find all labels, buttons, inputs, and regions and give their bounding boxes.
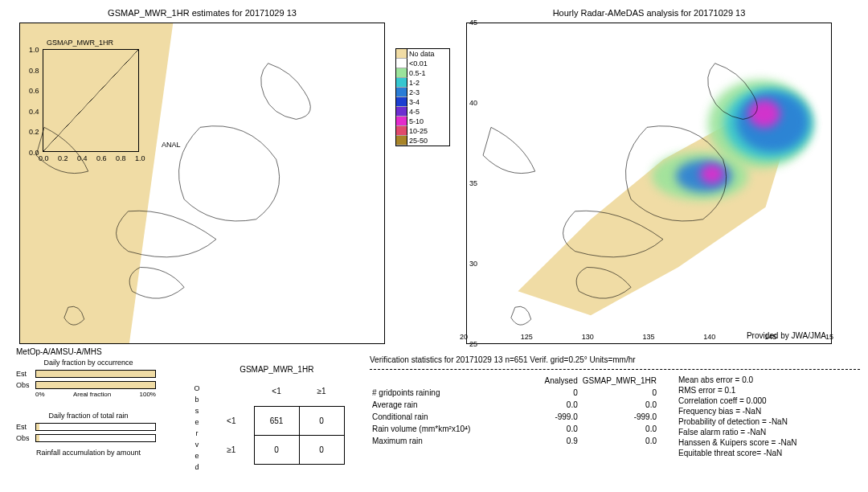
lon-tick: 145	[764, 333, 776, 341]
legend-swatch	[396, 136, 407, 146]
legend-label: 25-50	[407, 137, 428, 145]
ctable-row-ge1: ≥1	[209, 435, 254, 464]
bars-totalrain: Daily fraction of total rain Est Obs Rai…	[16, 412, 161, 457]
inset-xtick: 0.0	[39, 154, 49, 162]
stats-row-model: 0.0	[580, 399, 659, 411]
legend-row: 10-25	[396, 126, 449, 136]
legend-row: 2-3	[396, 88, 449, 97]
stats-row-label: Average rain	[370, 399, 524, 411]
bar-lbl-obs2: Obs	[16, 434, 35, 442]
legend-row: 3-4	[396, 97, 449, 107]
legend-swatch	[396, 59, 407, 68]
provided-by: Provided by JWA/JMA	[747, 331, 826, 340]
inset-xtick: 0.6	[96, 154, 107, 162]
analysis-map: Provided by JWA/JMA	[466, 23, 832, 344]
legend-swatch	[396, 78, 407, 88]
inset-ytick: 0.6	[29, 87, 39, 95]
contingency-table: GSMAP_MWR_1HR <1 ≥1 <1 651 0 ≥1 0 0	[209, 365, 345, 465]
stats-row-label: # gridpoints raining	[370, 387, 524, 399]
total-obs-bar	[35, 434, 156, 442]
stats-metric: False alarm ratio = -NaN	[678, 427, 855, 437]
inset-ytick: 0.4	[29, 108, 39, 116]
lon-tick: 15	[825, 333, 833, 341]
stats-metric: Frequency bias = -NaN	[678, 406, 855, 416]
stats-panel: Daily fraction by occurrence Est Obs 0%A…	[16, 347, 852, 484]
verification-stats: Verification statistics for 20171029 13 …	[370, 355, 860, 458]
legend-row: 4-5	[396, 107, 449, 117]
stats-row-analysed: 0.0	[524, 423, 580, 435]
inset-xtick: 0.4	[77, 154, 88, 162]
estimate-map: GSMAP_MWR_1HR 0.00.20.40.60.81.00.00.20.…	[19, 23, 385, 344]
ctable-title: GSMAP_MWR_1HR	[209, 365, 345, 374]
bar-lbl-est2: Est	[16, 423, 35, 431]
legend-row: 25-50	[396, 136, 449, 146]
legend-swatch	[396, 126, 407, 136]
legend-label: 10-25	[407, 127, 428, 135]
bar-rain-title: Rainfall accumulation by amount	[16, 449, 161, 457]
lat-tick: 45	[469, 18, 477, 27]
bar-total-title: Daily fraction of total rain	[16, 412, 161, 420]
legend-label: <0.01	[407, 59, 428, 68]
bar-occur-title: Daily fraction by occurrence	[16, 359, 161, 367]
color-legend: No data<0.010.5-11-22-33-44-55-1010-2525…	[395, 48, 450, 146]
stats-header: Verification statistics for 20171029 13 …	[370, 355, 860, 364]
stats-metric: Equitable threat score= -NaN	[678, 448, 855, 458]
stats-col-model: GSMAP_MWR_1HR	[580, 375, 659, 387]
stats-row-analysed: -999.0	[524, 411, 580, 423]
inset-ytick: 0.2	[29, 128, 39, 136]
legend-row: No data	[396, 49, 449, 59]
ctable-v12: 0	[299, 406, 344, 435]
stats-row-label: Rain volume (mm*km²x10⁴)	[370, 423, 524, 435]
legend-swatch	[396, 88, 407, 97]
occur-est-bar	[35, 370, 156, 378]
legend-row: 0.5-1	[396, 68, 449, 78]
observed-vertical: Observed	[193, 383, 201, 473]
right-map-title: Hourly Radar-AMeDAS analysis for 2017102…	[466, 8, 832, 18]
stats-row-analysed: 0.9	[524, 435, 580, 447]
legend-label: 3-4	[407, 98, 420, 106]
inset-ytick: 0.0	[29, 149, 39, 157]
legend-label: 2-3	[407, 88, 420, 96]
legend-swatch	[396, 107, 407, 117]
lat-tick: 40	[469, 99, 477, 107]
stats-row-label: Maximum rain	[370, 435, 524, 447]
inset-xtick: 0.8	[116, 154, 126, 162]
stats-row-label: Conditional rain	[370, 411, 524, 423]
legend-row: 1-2	[396, 78, 449, 88]
legend-swatch	[396, 49, 407, 59]
legend-label: 1-2	[407, 79, 420, 87]
stats-divider	[370, 369, 860, 370]
occur-obs-bar	[35, 381, 156, 389]
stats-row: Average rain0.00.0	[370, 399, 659, 411]
legend-swatch	[396, 117, 407, 126]
anal-axis-label: ANAL	[162, 141, 181, 149]
inset-ytick: 1.0	[29, 46, 39, 54]
ctable-col-ge1: ≥1	[299, 377, 344, 406]
lon-tick: 130	[582, 333, 594, 341]
legend-swatch	[396, 68, 407, 78]
ctable-row-lt1: <1	[209, 406, 254, 435]
stats-row-analysed: 0.0	[524, 399, 580, 411]
stats-row: # gridpoints raining00	[370, 387, 659, 399]
total-est-bar	[35, 423, 156, 431]
lon-tick: 140	[703, 333, 715, 341]
axis-0: 0%	[35, 391, 45, 398]
stats-metric: Hanssen & Kuipers score = -NaN	[678, 437, 855, 448]
stats-row: Rain volume (mm*km²x10⁴)0.00.0	[370, 423, 659, 435]
lon-tick: 135	[643, 333, 655, 341]
lon-tick: 20	[460, 333, 468, 341]
stats-metric: Probability of detection = -NaN	[678, 416, 855, 427]
legend-swatch	[396, 97, 407, 107]
scatter-inset: GSMAP_MWR_1HR 0.00.20.40.60.81.00.00.20.…	[43, 49, 139, 152]
legend-label: 0.5-1	[407, 69, 426, 77]
stats-col-analysed: Analysed	[524, 375, 580, 387]
stats-row-model: 0.0	[580, 435, 659, 447]
legend-label: 4-5	[407, 108, 420, 116]
inset-title: GSMAP_MWR_1HR	[47, 39, 113, 47]
stats-row-model: 0	[580, 387, 659, 399]
lat-tick: 35	[469, 179, 477, 187]
stats-metric: Correlation coeff = 0.000	[678, 396, 855, 406]
legend-row: 5-10	[396, 117, 449, 126]
stats-row-analysed: 0	[524, 387, 580, 399]
ctable-v22: 0	[299, 435, 344, 464]
